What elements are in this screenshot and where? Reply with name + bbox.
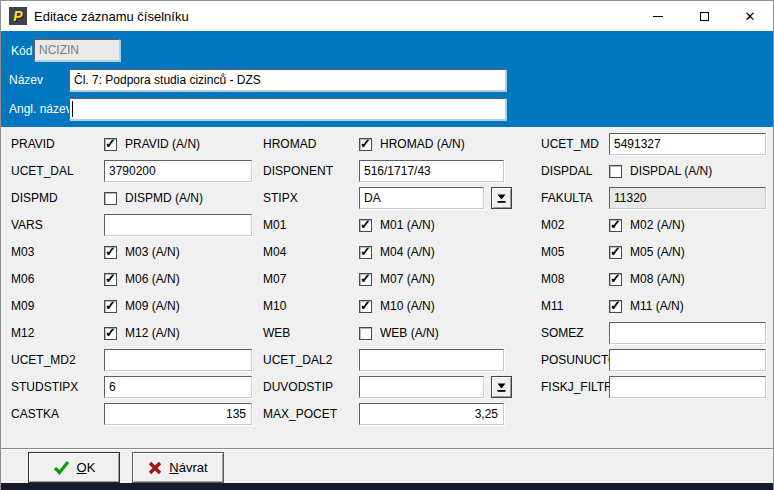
checkbox-box-m01[interactable]: ✓ — [359, 219, 372, 232]
checkbox-m04[interactable]: ✓M04 (A/N) — [359, 244, 435, 260]
checkbox-label-m10: M10 (A/N) — [380, 299, 435, 313]
minimize-button[interactable] — [635, 1, 681, 31]
checkbox-pravid[interactable]: ✓PRAVID (A/N) — [104, 136, 200, 152]
checkbox-box-pravid[interactable]: ✓ — [104, 138, 117, 151]
checkbox-box-m09[interactable]: ✓ — [104, 300, 117, 313]
field-label-max_pocet: MAX_POCET — [263, 407, 337, 421]
maximize-button[interactable] — [681, 1, 727, 31]
field-label-dispmd: DISPMD — [11, 191, 58, 205]
checkbox-hromad[interactable]: ✓HROMAD (A/N) — [359, 136, 465, 152]
checkbox-m01[interactable]: ✓M01 (A/N) — [359, 217, 435, 233]
checkbox-box-m04[interactable]: ✓ — [359, 246, 372, 259]
ucet_dal2-input[interactable] — [359, 349, 504, 371]
studstipx-input[interactable] — [104, 376, 252, 398]
duvodstip-dropdown-button[interactable] — [491, 376, 512, 398]
field-label-vars: VARS — [11, 218, 43, 232]
close-button[interactable]: ✕ — [727, 1, 773, 31]
castka-input[interactable] — [104, 403, 252, 425]
checkbox-box-m12[interactable]: ✓ — [104, 327, 117, 340]
checkbox-dispdal[interactable]: DISPDAL (A/N) — [609, 163, 712, 179]
duvodstip-input[interactable] — [359, 376, 484, 398]
disponent-input[interactable] — [359, 160, 504, 182]
ok-button[interactable]: OK — [28, 452, 120, 483]
angl-nazev-input[interactable] — [69, 98, 506, 120]
field-label-m08: M08 — [541, 272, 564, 286]
checkbox-box-m02[interactable]: ✓ — [609, 219, 622, 232]
field-label-ucet_dal: UCET_DAL — [11, 164, 74, 178]
field-label-dispdal: DISPDAL — [541, 164, 592, 178]
checkbox-m10[interactable]: ✓M10 (A/N) — [359, 298, 435, 314]
field-label-ucet_dal2: UCET_DAL2 — [263, 353, 332, 367]
checkbox-box-web[interactable] — [359, 327, 372, 340]
kod-label: Kód — [11, 44, 32, 58]
checkbox-label-m01: M01 (A/N) — [380, 218, 435, 232]
checkbox-box-m10[interactable]: ✓ — [359, 300, 372, 313]
checkbox-label-m08: M08 (A/N) — [630, 272, 685, 286]
field-label-posunucto: POSUNUCTO — [541, 353, 617, 367]
fiskj_filtr-input[interactable] — [609, 376, 766, 398]
angl-nazev-label: Angl. název — [9, 102, 72, 116]
checkbox-dispmd[interactable]: DISPMD (A/N) — [104, 190, 203, 206]
field-label-m03: M03 — [11, 245, 34, 259]
field-label-ucet_md2: UCET_MD2 — [11, 353, 76, 367]
checkbox-m06[interactable]: ✓M06 (A/N) — [104, 271, 180, 287]
field-label-m04: M04 — [263, 245, 286, 259]
checkbox-m08[interactable]: ✓M08 (A/N) — [609, 271, 685, 287]
checkbox-label-m03: M03 (A/N) — [125, 245, 180, 259]
kod-input[interactable] — [34, 39, 120, 61]
checkbox-label-m11: M11 (A/N) — [630, 299, 684, 313]
record-header-panel: Kód Název Angl. název — [1, 31, 773, 127]
posunucto-input[interactable] — [609, 349, 766, 371]
checkbox-m07[interactable]: ✓M07 (A/N) — [359, 271, 435, 287]
checkbox-label-m09: M09 (A/N) — [125, 299, 180, 313]
somez-input[interactable] — [609, 322, 766, 344]
checkbox-label-hromad: HROMAD (A/N) — [380, 137, 465, 151]
dropdown-arrow-icon — [496, 381, 507, 393]
checkbox-m11[interactable]: ✓M11 (A/N) — [609, 298, 684, 314]
ucet_md2-input[interactable] — [104, 349, 252, 371]
ucet_dal-input[interactable] — [104, 160, 252, 182]
checkbox-box-m08[interactable]: ✓ — [609, 273, 622, 286]
field-label-m10: M10 — [263, 299, 286, 313]
checkbox-box-dispmd[interactable] — [104, 192, 117, 205]
checkbox-m09[interactable]: ✓M09 (A/N) — [104, 298, 180, 314]
field-label-duvodstip: DUVODSTIP — [263, 380, 333, 394]
max_pocet-input[interactable] — [359, 403, 504, 425]
checkbox-m05[interactable]: ✓M05 (A/N) — [609, 244, 685, 260]
stipx-dropdown-button[interactable] — [491, 187, 512, 209]
fakulta-input[interactable] — [609, 187, 766, 209]
checkbox-label-m12: M12 (A/N) — [125, 326, 180, 340]
vars-input[interactable] — [104, 214, 252, 236]
minimize-icon — [653, 16, 663, 17]
stipx-input[interactable] — [359, 187, 484, 209]
checkbox-box-m11[interactable]: ✓ — [609, 300, 622, 313]
checkbox-web[interactable]: WEB (A/N) — [359, 325, 439, 341]
checkbox-box-m03[interactable]: ✓ — [104, 246, 117, 259]
field-label-fiskj_filtr: FISKJ_FILTR — [541, 380, 613, 394]
text-cursor — [72, 101, 73, 117]
field-label-fakulta: FAKULTA — [541, 191, 593, 205]
checkbox-m02[interactable]: ✓M02 (A/N) — [609, 217, 685, 233]
form-grid: PRAVID✓PRAVID (A/N)HROMAD✓HROMAD (A/N)UC… — [1, 127, 773, 448]
navrat-button[interactable]: Návrat — [132, 452, 224, 483]
checkbox-box-m07[interactable]: ✓ — [359, 273, 372, 286]
title-bar: P Editace záznamu číselníku ✕ — [1, 1, 773, 31]
checkbox-box-m05[interactable]: ✓ — [609, 246, 622, 259]
field-label-m07: M07 — [263, 272, 286, 286]
field-label-m05: M05 — [541, 245, 564, 259]
checkbox-label-m02: M02 (A/N) — [630, 218, 685, 232]
close-icon: ✕ — [745, 10, 756, 23]
field-label-m11: M11 — [541, 299, 563, 313]
ucet_md-input[interactable] — [609, 133, 766, 155]
checkbox-label-m05: M05 (A/N) — [630, 245, 685, 259]
checkbox-box-m06[interactable]: ✓ — [104, 273, 117, 286]
nazev-input[interactable] — [69, 69, 506, 91]
field-label-pravid: PRAVID — [11, 137, 55, 151]
field-label-studstipx: STUDSTIPX — [11, 380, 78, 394]
checkbox-m12[interactable]: ✓M12 (A/N) — [104, 325, 180, 341]
checkbox-label-dispdal: DISPDAL (A/N) — [630, 164, 712, 178]
checkbox-m03[interactable]: ✓M03 (A/N) — [104, 244, 180, 260]
dropdown-arrow-icon — [496, 192, 507, 204]
checkbox-box-hromad[interactable]: ✓ — [359, 138, 372, 151]
checkbox-box-dispdal[interactable] — [609, 165, 622, 178]
